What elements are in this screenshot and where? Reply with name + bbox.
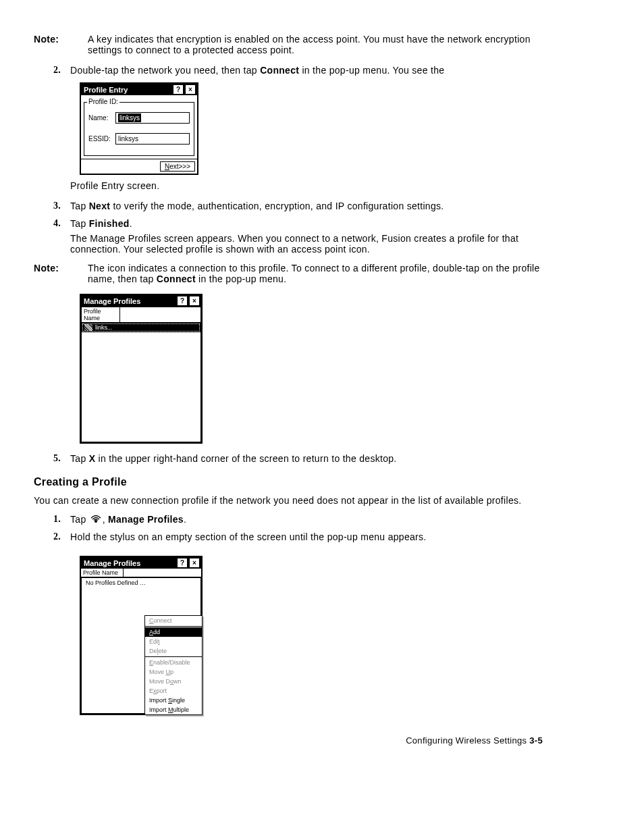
footer-text: Configuring Wireless Settings <box>406 735 529 746</box>
access-point-icon <box>84 323 93 332</box>
text: to verify the mode, authentication, encr… <box>110 201 444 211</box>
help-icon[interactable]: ? <box>173 84 184 95</box>
name-value: linksys <box>118 113 141 122</box>
wireless-icon <box>90 515 101 525</box>
profile-entry-caption: Profile Entry screen. <box>70 180 543 191</box>
window-title: Profile Entry <box>82 86 171 94</box>
menu-move-up[interactable]: Move Up <box>145 667 202 677</box>
step-number: 3. <box>34 201 70 211</box>
step-number: 2. <box>34 531 70 542</box>
help-icon[interactable]: ? <box>177 558 188 568</box>
note-label: Note: <box>34 34 88 55</box>
menu-enable-disable[interactable]: Enable/Disable <box>145 658 202 667</box>
profile-id-fieldset: Profile ID: Name: linksys ESSID: linksys <box>84 102 194 156</box>
name-label: Name: <box>88 114 115 122</box>
column-header: Profile Name <box>82 307 120 322</box>
close-icon[interactable]: × <box>189 296 200 306</box>
step-text: Tap Finished. <box>70 218 543 229</box>
page-number: 3-5 <box>529 735 543 746</box>
context-menu: Connect Add Edit Delete Enable/Disable M… <box>144 615 203 715</box>
connect-bold: Connect <box>157 273 196 284</box>
menu-import-single[interactable]: Import Single <box>145 696 202 705</box>
create-step-1: 1. Tap , Manage Profiles. <box>34 514 543 525</box>
step-number: 5. <box>34 453 70 464</box>
no-profiles-text: No Profiles Defined … <box>82 578 200 588</box>
manage-profiles-screenshot-1: Manage Profiles ? × Profile Name links..… <box>80 294 203 444</box>
essid-label: ESSID: <box>88 135 115 142</box>
text: in the pop-up menu. <box>196 273 286 284</box>
creating-profile-intro: You can create a new connection profile … <box>34 495 543 506</box>
note-connection: Note: The icon indicates a connection to… <box>34 263 543 284</box>
note-encryption: Note: A key indicates that encryption is… <box>34 34 543 55</box>
text: Double-tap the network you need, then ta… <box>70 65 260 76</box>
manage-profiles-bold: Manage Profiles <box>108 514 184 525</box>
help-icon[interactable]: ? <box>177 296 188 306</box>
menu-move-down[interactable]: Move Down <box>145 677 202 686</box>
step-4: 4. Tap Finished. <box>34 218 543 229</box>
step-number: 1. <box>34 514 70 525</box>
create-step-2: 2. Hold the stylus on an empty section o… <box>34 531 543 542</box>
step-2: 2. Double-tap the network you need, then… <box>34 65 543 76</box>
window-title: Manage Profiles <box>82 297 176 305</box>
menu-export[interactable]: Export <box>145 686 202 696</box>
next-button[interactable]: Next>>> <box>160 161 195 172</box>
step-5: 5. Tap X in the upper right-hand corner … <box>34 453 543 464</box>
fieldset-legend: Profile ID: <box>87 98 119 105</box>
titlebar: Manage Profiles ? × <box>81 295 201 307</box>
profile-entry-screenshot: Profile Entry ? × Profile ID: Name: link… <box>80 82 198 175</box>
text: in the pop-up menu. You see the <box>299 65 444 76</box>
u: N <box>165 163 169 170</box>
menu-edit[interactable]: Edit <box>145 637 202 646</box>
step-text: Tap Next to verify the mode, authenticat… <box>70 201 543 211</box>
menu-import-multiple[interactable]: Import Multiple <box>145 705 202 714</box>
next-bold: Next <box>89 201 111 211</box>
finished-bold: Finished <box>89 218 130 229</box>
creating-profile-heading: Creating a Profile <box>34 476 543 488</box>
note-text: The icon indicates a connection to this … <box>88 263 543 284</box>
column-header: Profile Name <box>81 569 124 577</box>
menu-delete[interactable]: Delete <box>145 646 202 656</box>
note-label: Note: <box>34 263 88 284</box>
text: Tap <box>70 201 89 211</box>
close-icon[interactable]: × <box>185 84 196 95</box>
connect-bold: Connect <box>260 65 299 76</box>
step-text: Tap , Manage Profiles. <box>70 514 543 525</box>
text: Tap <box>70 218 89 229</box>
name-input[interactable]: linksys <box>115 112 190 124</box>
window-title: Manage Profiles <box>82 559 176 567</box>
text: Tap <box>70 514 89 525</box>
essid-input[interactable]: linksys <box>115 133 190 145</box>
text: in the upper right-hand corner of the sc… <box>95 453 396 464</box>
step-number: 2. <box>34 65 70 76</box>
text: . <box>184 514 186 525</box>
text: Tap <box>70 453 89 464</box>
step-4-para: The Manage Profiles screen appears. When… <box>70 233 543 255</box>
step-text: Hold the stylus on an empty section of t… <box>70 531 543 542</box>
step-text: Tap X in the upper right-hand corner of … <box>70 453 543 464</box>
text: The icon indicates a connection to this … <box>88 263 540 284</box>
titlebar: Profile Entry ? × <box>81 84 197 95</box>
step-3: 3. Tap Next to verify the mode, authenti… <box>34 201 543 211</box>
menu-add[interactable]: Add <box>145 627 202 637</box>
close-icon[interactable]: × <box>189 558 200 568</box>
text: . <box>130 218 132 229</box>
titlebar: Manage Profiles ? × <box>81 557 201 569</box>
profile-row-selected[interactable]: links... <box>82 323 200 332</box>
x-bold: X <box>89 453 96 464</box>
page-footer: Configuring Wireless Settings 3-5 <box>34 735 543 746</box>
note-text: A key indicates that encryption is enabl… <box>88 34 543 55</box>
step-number: 4. <box>34 218 70 229</box>
step-text: Double-tap the network you need, then ta… <box>70 65 543 76</box>
profile-name: links... <box>95 324 113 331</box>
svg-point-0 <box>95 520 97 523</box>
text: , <box>103 514 108 525</box>
menu-connect[interactable]: Connect <box>145 616 202 625</box>
manage-profiles-screenshot-2: Manage Profiles ? × Profile Name No Prof… <box>80 556 203 715</box>
